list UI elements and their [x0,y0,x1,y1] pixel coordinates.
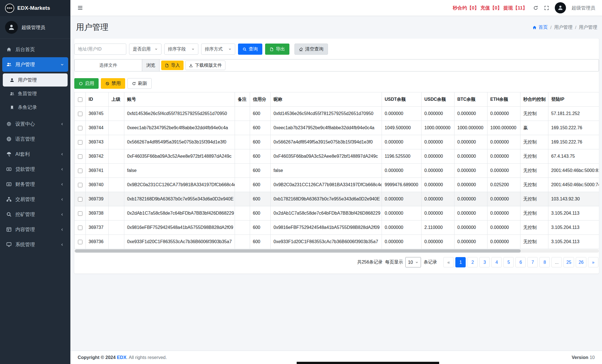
row-checkbox[interactable] [78,197,82,202]
users-icon [6,62,12,67]
row-checkbox[interactable] [78,126,82,130]
page-button-1[interactable]: 1 [455,257,466,267]
sidebar-item-label: 后台首页 [15,46,35,53]
row-checkbox[interactable] [78,211,82,216]
cell-id: 369745 [86,107,109,121]
sidebar-subitem-fry-management[interactable]: 鱼苗管理 [3,87,68,100]
sidebar-item-system-management[interactable]: 系统管理 [2,237,68,252]
page-button-26[interactable]: 26 [576,257,586,267]
sidebar-item-ai-arbitrage[interactable]: AI套利 [2,147,68,161]
disable-button[interactable]: 禁用 [101,78,125,89]
cell-note [235,192,250,206]
breadcrumb-home-link[interactable]: 首页 [532,24,548,30]
row-checkbox[interactable] [78,169,82,173]
enable-button[interactable]: 启用 [74,78,99,89]
sidebar-item-language-management[interactable]: 语言管理 [2,132,68,146]
sort-order-select[interactable]: 排序方式 [201,44,235,55]
row-checkbox[interactable] [78,112,82,116]
topbar-refresh-button[interactable] [533,5,538,11]
page-prev-button[interactable]: « [443,257,454,267]
topbar-avatar[interactable] [555,2,566,13]
cell-note [235,121,250,135]
sitemap-icon [6,197,12,202]
cell-usdc: 1000.000000 [422,121,455,135]
cell-parent [109,235,124,249]
footer-version-value: 10 [590,355,595,360]
row-checkbox[interactable] [78,240,82,244]
query-button[interactable]: 查询 [238,44,262,55]
cell-usdc: 0.000000 [422,235,455,249]
page-button-6[interactable]: 6 [515,257,526,267]
gear-icon [6,121,12,127]
row-checkbox[interactable] [78,183,82,187]
sort-field-select[interactable]: 排序字段 [164,44,198,55]
row-select-cell [75,164,86,178]
cell-eth: 1000.000000 [487,121,520,135]
cell-control: 无控制 [520,149,548,164]
page-button-4[interactable]: 4 [491,257,502,267]
chevron-down-icon [228,47,232,51]
breadcrumb-separator: / [575,25,576,30]
disable-button-label: 禁用 [111,80,121,87]
download-template-button[interactable]: 下载模版文件 [185,61,225,70]
search-input[interactable] [74,44,126,55]
expand-icon [544,5,549,11]
import-button[interactable]: 导入 [161,61,184,70]
browse-button[interactable]: 浏览 [142,59,160,71]
cell-usdt: 0.000000 [382,235,422,249]
page-ellipsis: ... [551,257,562,267]
grid-icon [6,227,12,232]
select-all-checkbox[interactable] [78,97,82,102]
per-page-label: 每页显示 [385,259,403,265]
cell-credit: 600 [250,149,271,164]
page-button-25[interactable]: 25 [563,257,574,267]
cell-usdt: 9999476.689000 [382,178,422,192]
row-checkbox[interactable] [78,154,82,159]
footer-brand-link[interactable]: EDX [117,355,127,360]
menu-toggle-button[interactable] [77,5,83,11]
horizontal-scrollbar-thumb[interactable] [75,249,521,253]
page-button-5[interactable]: 5 [503,257,514,267]
sidebar-avatar [5,21,18,34]
cell-control: 无控制 [520,206,548,221]
sidebar-item-trade-management[interactable]: 交易管理 [2,192,68,207]
chevron-down-icon [154,47,158,51]
file-select-box[interactable]: 选择文件 [75,59,142,71]
page-button-8[interactable]: 8 [539,257,550,267]
clear-query-button[interactable]: 清空查询 [294,44,328,55]
row-select-cell [75,206,86,221]
refresh-button[interactable]: 刷新 [127,78,152,89]
enabled-select[interactable]: 是否启用 [129,44,161,55]
sidebar-subitem-user-management[interactable]: 用户管理 [3,73,68,87]
query-button-label: 查询 [249,46,258,52]
sidebar-item-user-management[interactable]: 用户管理 [2,57,68,72]
horizontal-scrollbar[interactable] [74,249,599,253]
sidebar-item-mining-management[interactable]: 挖矿管理 [2,207,68,222]
menu-icon [77,5,83,11]
page-next-button[interactable]: » [588,257,598,267]
fullscreen-button[interactable] [544,5,549,11]
sidebar-item-finance-management[interactable]: 财务管理 [2,177,68,191]
row-checkbox[interactable] [78,140,82,145]
cell-credit: 600 [250,192,271,206]
cell-credit: 600 [250,121,271,135]
page-button-3[interactable]: 3 [479,257,490,267]
cell-ip: 57.181.21.252 [548,107,599,121]
sidebar-item-content-management[interactable]: 内容管理 [2,222,68,237]
sidebar-item-backend-home[interactable]: 后台首页 [2,42,68,57]
cell-btc: 0.000000 [455,178,487,192]
brand[interactable]: EDX EDX-Markets [0,0,70,16]
breadcrumb-item: 用户管理 [554,24,572,30]
sidebar-item-settings-center[interactable]: 设置中心 [2,117,68,131]
download-icon [189,63,193,68]
row-checkbox[interactable] [78,226,82,230]
cell-id: 369737 [86,221,109,235]
bill-icon [6,181,12,187]
export-button[interactable]: 导出 [265,44,289,55]
sidebar-subitem-kill-record[interactable]: 杀鱼记录 [3,101,68,114]
per-page-select[interactable]: 10 [405,257,421,267]
sidebar-item-loan-management[interactable]: 贷款管理 [2,162,68,176]
page-button-7[interactable]: 7 [527,257,538,267]
cell-usdt: 0.000000 [382,107,422,121]
page-button-2[interactable]: 2 [467,257,478,267]
